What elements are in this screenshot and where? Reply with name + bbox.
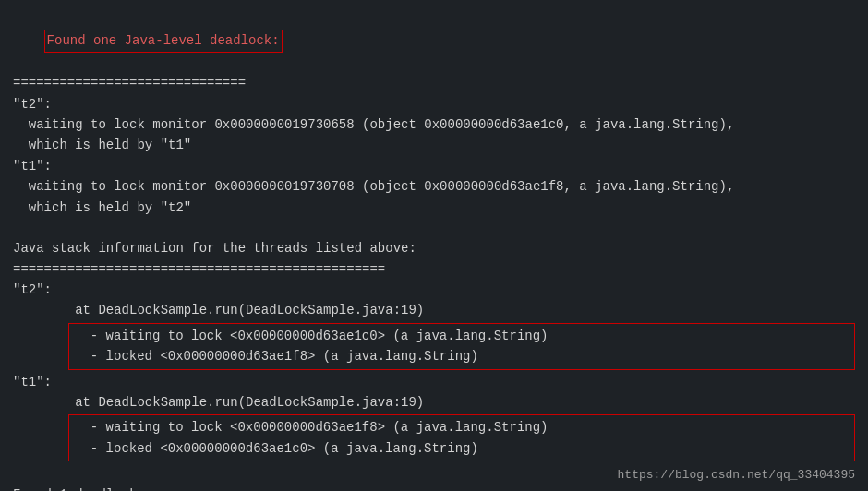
blank1 xyxy=(13,218,855,238)
t2-at: at DeadLockSample.run(DeadLockSample.jav… xyxy=(13,300,855,320)
title-box: Found one Java-level deadlock: xyxy=(44,30,283,52)
t2-box-line1: - waiting to lock <0x00000000d63ae1c0> (… xyxy=(75,326,849,346)
t1-at: at DeadLockSample.run(DeadLockSample.jav… xyxy=(13,392,855,413)
t2-which: which is held by "t1" xyxy=(13,135,855,155)
t1-box-line1: - waiting to lock <0x00000000d63ae1f8> (… xyxy=(75,417,849,437)
terminal: Found one Java-level deadlock: =========… xyxy=(0,0,868,491)
separator1: ============================== xyxy=(13,73,855,93)
t1-box-line2: - locked <0x00000000d63ae1c0> (a java.la… xyxy=(75,438,849,459)
t2-label2: "t2": xyxy=(13,280,855,300)
t1-stack-box: - waiting to lock <0x00000000d63ae1f8> (… xyxy=(68,414,855,461)
t1-waiting: waiting to lock monitor 0x00000000197307… xyxy=(13,176,855,197)
watermark: https://blog.csdn.net/qq_33404395 xyxy=(618,468,855,482)
t2-waiting: waiting to lock monitor 0x00000000197306… xyxy=(13,114,855,135)
t2-label: "t2": xyxy=(13,94,855,114)
stack-info: Java stack information for the threads l… xyxy=(13,238,855,258)
t2-stack-box: - waiting to lock <0x00000000d63ae1c0> (… xyxy=(68,323,855,370)
separator2: ========================================… xyxy=(13,259,855,280)
t1-label2: "t1": xyxy=(13,372,855,392)
t1-which: which is held by "t2" xyxy=(13,198,855,218)
t1-label: "t1": xyxy=(13,156,855,176)
found-deadlock: Found 1 deadlock. xyxy=(13,485,855,491)
title-line: Found one Java-level deadlock: xyxy=(13,9,855,73)
t2-box-line2: - locked <0x00000000d63ae1f8> (a java.la… xyxy=(75,346,849,366)
